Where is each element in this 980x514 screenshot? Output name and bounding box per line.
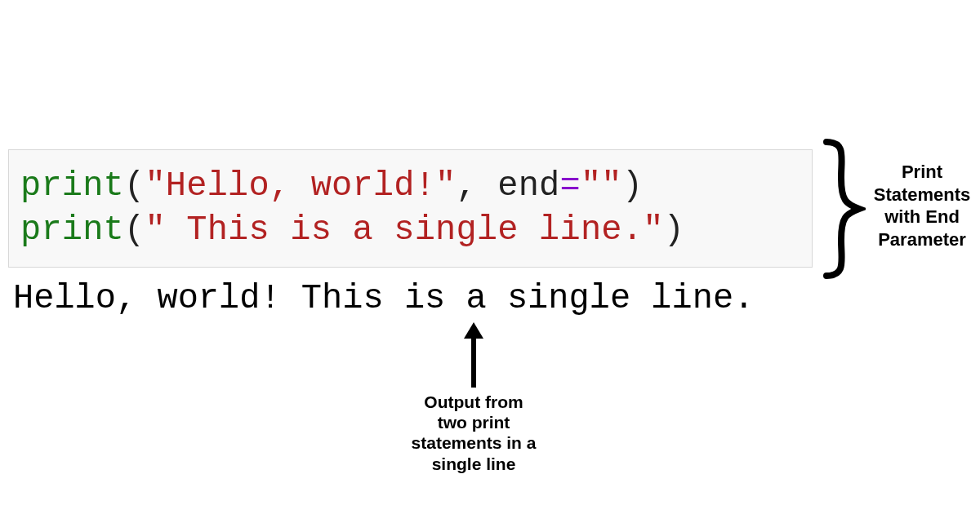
program-output: Hello, world! This is a single line. [13,277,754,321]
token-func: print [20,166,124,206]
token-close-paren: ) [664,210,684,250]
code-line-1: print("Hello, world!", end="") [20,166,643,206]
code-line-2: print(" This is a single line.") [20,210,684,250]
token-operator-assign: = [560,166,581,206]
token-comma: , [457,166,498,206]
bottom-annotation-label: Output from two print statements in a si… [408,392,539,474]
diagram-canvas: print("Hello, world!", end="") print(" T… [0,0,980,514]
token-string-hello: "Hello, world!" [145,166,456,206]
token-close-paren: ) [622,166,643,206]
token-func: print [20,210,124,250]
token-open-paren: ( [124,210,145,250]
token-string-empty: "" [581,166,622,206]
token-keyword-end: end [497,166,559,206]
up-arrow-icon [462,322,485,388]
token-string-this-is: " This is a single line." [145,210,663,250]
right-annotation-label: Print Statements with End Parameter [867,161,977,250]
curly-brace-icon [817,137,866,281]
code-block: print("Hello, world!", end="") print(" T… [8,149,813,268]
token-open-paren: ( [124,166,145,206]
svg-marker-1 [464,322,483,339]
